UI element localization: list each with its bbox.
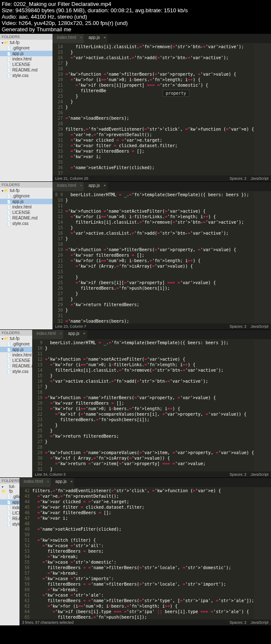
- file-item[interactable]: index.html: [0, 204, 53, 210]
- file-icon: [7, 57, 11, 61]
- status-right: Spaces: 2 JavaScript: [230, 620, 268, 625]
- folder-item[interactable]: tut-fp: [0, 484, 19, 494]
- sidebar-header: FOLDERS: [0, 182, 53, 188]
- minimap[interactable]: [254, 191, 271, 323]
- folder-item[interactable]: tut-fp: [0, 40, 53, 45]
- meta-gen: Generated by Thumbnail me: [2, 26, 269, 33]
- file-item[interactable]: index.html: [0, 505, 19, 510]
- file-item[interactable]: style.css: [0, 73, 53, 78]
- file-icon: [7, 342, 11, 346]
- autocomplete-popup[interactable]: property: [163, 90, 189, 97]
- file-item[interactable]: app.js: [0, 51, 53, 56]
- file-icon: [7, 505, 11, 510]
- close-icon[interactable]: ×: [104, 36, 106, 39]
- line-gutter: 42 43 44 45 46 47 48 49 50 51 52 53 54 5…: [19, 487, 32, 619]
- status-right: Spaces: 2 JavaScript: [230, 472, 268, 477]
- minimap[interactable]: [254, 43, 271, 175]
- tab-index-html[interactable]: index.html×: [19, 478, 51, 487]
- minimap[interactable]: [254, 339, 271, 471]
- folder-item[interactable]: tut-fp: [0, 188, 53, 193]
- file-icon: [7, 522, 11, 526]
- file-item[interactable]: README.md: [0, 67, 53, 73]
- folder-sidebar[interactable]: FOLDERS tut-fp .gitignore app.js index.h…: [0, 34, 53, 181]
- tab-app-js[interactable]: app.js×: [51, 478, 75, 487]
- code-editor[interactable]: 9 10 11 12 13 14 15 16 17 18 19 20 21 22…: [32, 339, 271, 471]
- file-item[interactable]: app.js: [0, 499, 19, 505]
- file-item[interactable]: README.md: [0, 516, 19, 521]
- close-icon[interactable]: ×: [71, 480, 73, 483]
- file-item[interactable]: README.md: [0, 363, 32, 369]
- file-item[interactable]: LICENSE: [0, 358, 32, 363]
- file-item[interactable]: README.md: [0, 215, 53, 221]
- line-gutter: 8 9 10 11 12 13 14 15 16 17 18 19 20 21 …: [53, 191, 65, 323]
- folder-icon: [2, 484, 8, 493]
- status-bar: Line 21, Column 25 Spaces: 2 JavaScript: [53, 175, 271, 181]
- file-item[interactable]: style.css: [0, 521, 19, 527]
- file-item[interactable]: .gitignore: [0, 494, 19, 499]
- sidebar-header: FOLDERS: [0, 34, 53, 40]
- tab-index-html[interactable]: index.html×: [32, 330, 64, 339]
- file-item[interactable]: app.js: [0, 199, 53, 204]
- meta-file: File: 0202_Making our Filter Declarative…: [2, 1, 269, 7]
- status-right: Spaces: 2 JavaScript: [230, 176, 268, 181]
- cursor-position: Line 23, Column 7: [55, 324, 86, 329]
- file-item[interactable]: LICENSE: [0, 510, 19, 516]
- file-icon: [7, 221, 11, 226]
- file-item[interactable]: style.css: [0, 369, 32, 374]
- code-content[interactable]: filterLinks[i].classList.='fn'>remove(='…: [65, 43, 254, 175]
- file-item[interactable]: style.css: [0, 221, 53, 226]
- tab-bar: index.html× app.js×: [53, 34, 271, 43]
- status-right: Spaces: 2 JavaScript: [230, 324, 268, 329]
- close-icon[interactable]: ×: [80, 36, 82, 39]
- editor-panel: FOLDERS tut-fp .gitignore app.js index.h…: [0, 477, 271, 625]
- folder-sidebar[interactable]: FOLDERS tut-fp .gitignore app.js index.h…: [0, 478, 19, 625]
- editor-area: index.html× app.js× 8 9 10 11 12 13 14 1…: [53, 182, 271, 329]
- language-mode[interactable]: JavaScript: [251, 324, 268, 329]
- file-item[interactable]: LICENSE: [0, 210, 53, 215]
- close-icon[interactable]: ×: [47, 480, 49, 483]
- minimap[interactable]: [254, 487, 271, 619]
- folder-sidebar[interactable]: FOLDERS tut-fp .gitignore app.js index.h…: [0, 182, 53, 329]
- folder-icon: [2, 188, 8, 193]
- close-icon[interactable]: ×: [83, 332, 86, 335]
- indent-setting[interactable]: Spaces: 2: [230, 472, 246, 477]
- file-icon: [7, 511, 11, 515]
- language-mode[interactable]: JavaScript: [251, 472, 268, 477]
- file-icon: [7, 347, 11, 352]
- file-item[interactable]: .gitignore: [0, 341, 32, 347]
- code-content[interactable]: beerList.innerHTML = _.='fn'>template(be…: [45, 339, 254, 471]
- close-icon[interactable]: ×: [80, 184, 82, 187]
- status-bar: Line 23, Column 7 Spaces: 2 JavaScript: [53, 323, 271, 329]
- folder-icon: [2, 40, 8, 45]
- code-editor[interactable]: 8 9 10 11 12 13 14 15 16 17 18 19 20 21 …: [53, 191, 271, 323]
- tab-app-js[interactable]: app.js×: [84, 34, 108, 43]
- tab-index-html[interactable]: index.html×: [53, 182, 84, 191]
- tab-app-js[interactable]: app.js×: [64, 330, 88, 339]
- indent-setting[interactable]: Spaces: 2: [230, 324, 246, 329]
- code-editor[interactable]: 14 15 16 17 18 19 20 21 22 23 24 25 26 2…: [53, 43, 271, 175]
- meta-video: Video: h264, yuv420p, 1280x720, 25.00 fp…: [2, 20, 269, 26]
- indent-setting[interactable]: Spaces: 2: [230, 620, 246, 625]
- folder-sidebar[interactable]: FOLDERS tut-fp .gitignore app.js index.h…: [0, 330, 32, 477]
- tab-index-html[interactable]: index.html×: [53, 34, 84, 43]
- cursor-position: 3 lines, 57 characters selected: [22, 620, 74, 625]
- meta-audio: Audio: aac, 44100 Hz, stereo (und): [2, 14, 269, 20]
- language-mode[interactable]: JavaScript: [251, 620, 268, 625]
- close-icon[interactable]: ×: [104, 184, 106, 187]
- language-mode[interactable]: JavaScript: [251, 176, 268, 181]
- folder-item[interactable]: tut-fp: [0, 336, 32, 341]
- tab-bar: index.html× app.js×: [53, 182, 271, 191]
- file-item[interactable]: .gitignore: [0, 45, 53, 51]
- file-item[interactable]: index.html: [0, 352, 32, 358]
- indent-setting[interactable]: Spaces: 2: [230, 176, 246, 181]
- file-item[interactable]: LICENSE: [0, 62, 53, 67]
- code-content[interactable]: filters.='fn'>addEventListener(='str'>'c…: [32, 487, 254, 619]
- cursor-position: Line 21, Column 25: [55, 176, 88, 181]
- close-icon[interactable]: ×: [60, 332, 62, 335]
- file-item[interactable]: .gitignore: [0, 193, 53, 199]
- tab-app-js[interactable]: app.js×: [84, 182, 108, 191]
- code-content[interactable]: beerList.innerHTML = _.='fn'>template(be…: [65, 191, 254, 323]
- file-item[interactable]: index.html: [0, 56, 53, 62]
- code-editor[interactable]: 42 43 44 45 46 47 48 49 50 51 52 53 54 5…: [19, 487, 271, 619]
- file-item[interactable]: app.js: [0, 347, 32, 352]
